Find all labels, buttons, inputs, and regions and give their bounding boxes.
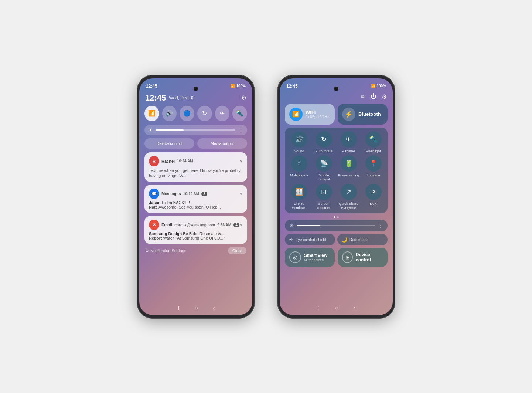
bluetooth-tile[interactable]: ⚡ Bluetooth — [338, 104, 388, 125]
screen-recorder-tile[interactable]: ⊡ Screen recorder — [313, 184, 335, 210]
qs-top-icons: ✏ ⏻ ⚙ — [285, 93, 388, 100]
phone-2-screen: 12:45 📶 100% ✏ ⏻ ⚙ 📶 — [280, 78, 393, 315]
airplane-toggle[interactable]: ✈ — [215, 106, 230, 121]
qs-small-grid: 🔊 Sound ↻ Auto rotate ✈ Airplane 🔦 Flash… — [285, 128, 388, 214]
notif-rachel-preview: Text me when you get here! I know you're… — [149, 168, 243, 179]
dex-tile[interactable]: Ⅸ DeX — [362, 184, 385, 210]
email-avatar: ✉ — [149, 220, 159, 230]
notif-expand-icon-3[interactable]: ∨ — [239, 222, 243, 227]
wifi-signal-icon-2: 📶 — [371, 84, 375, 88]
link-windows-tile[interactable]: 🪟 Link to Windows — [288, 184, 310, 210]
wifi-toggle[interactable]: 📶 — [144, 106, 159, 121]
bluetooth-tile-text: Bluetooth — [358, 111, 381, 117]
more-options-icon[interactable]: ⋮ — [238, 127, 243, 133]
eye-comfort-button[interactable]: ☀ Eye comfort shield — [285, 234, 335, 245]
power-saving-tile[interactable]: 🔋 Power saving — [337, 155, 360, 182]
nav-recent-icon[interactable]: ⫿ — [177, 305, 180, 311]
messages-avatar: 💬 — [149, 189, 159, 199]
sender-nate: Nate — [149, 205, 158, 209]
autorotate-tile[interactable]: ↻ Auto rotate — [313, 131, 335, 153]
notif-panel-content: 12:45 Wed, Dec 30 ⚙ 📶 🔊 🔵 — [139, 90, 252, 255]
location-tile[interactable]: 📍 Location — [362, 155, 385, 182]
dark-mode-icon: 🌙 — [341, 237, 347, 243]
brightness-row[interactable]: ☀ ⋮ — [144, 125, 247, 135]
bluetooth-toggle[interactable]: 🔵 — [180, 106, 194, 121]
pencil-icon[interactable]: ✏ — [361, 93, 365, 100]
dot-1 — [334, 216, 335, 218]
notif-date: Wed, Dec 30 — [169, 95, 194, 101]
notif-messages-name: Messages — [161, 192, 181, 196]
nav-back-icon[interactable]: ‹ — [213, 305, 215, 311]
autorotate-toggle[interactable]: ↻ — [197, 106, 212, 121]
smart-view-text: Smart view Mirror screen — [304, 253, 327, 262]
email-sender: Samsung Design — [149, 231, 182, 236]
flashlight-tile-icon: 🔦 — [365, 131, 382, 148]
smart-view-icon: ◎ — [289, 251, 301, 263]
sound-tile[interactable]: 🔊 Sound — [288, 131, 310, 153]
notif-settings-link[interactable]: ⚙ Notification Settings — [145, 248, 186, 253]
mobile-data-icon: ↕ — [291, 155, 307, 172]
device-control-button[interactable]: Device control — [144, 138, 194, 149]
airplane-tile[interactable]: ✈ Airplane — [337, 131, 360, 153]
flashlight-toggle[interactable]: 🔦 — [232, 106, 247, 121]
notif-rachel-name: Rachel — [161, 159, 175, 163]
brightness-track[interactable] — [297, 225, 375, 226]
nav-home-icon[interactable]: ○ — [195, 305, 198, 311]
nav-bar-1: ⫿ ○ ‹ — [139, 302, 252, 315]
hotspot-tile[interactable]: 📡 Mobile Hotspot — [313, 155, 335, 182]
notif-email-name: Email — [161, 223, 172, 227]
nav-recent-icon-2[interactable]: ⫿ — [317, 305, 320, 311]
camera-notch-2 — [334, 87, 338, 91]
status-time-2: 12:45 — [286, 84, 298, 89]
mobile-data-label: Mobile data — [290, 173, 308, 177]
notification-messages[interactable]: 💬 Messages 10:19 AM 3 ∨ Jason Hi I'm BAC… — [144, 185, 247, 213]
smart-view-tile[interactable]: ◎ Smart view Mirror screen — [285, 248, 335, 267]
notif-settings-label: Notification Settings — [150, 248, 186, 253]
dark-mode-button[interactable]: 🌙 Dark mode — [337, 234, 388, 245]
sound-toggle[interactable]: 🔊 — [162, 106, 177, 121]
wifi-tile[interactable]: 📶 WiFi CellSpot5GHz — [285, 104, 335, 125]
brightness-slider[interactable] — [156, 129, 235, 131]
power-icon[interactable]: ⏻ — [371, 93, 376, 100]
link-windows-label: Link to Windows — [288, 201, 310, 210]
notif-email-count: 4 — [233, 223, 239, 227]
notification-email[interactable]: ✉ Email coreux@samsung.com 9:56 AM 4 ∨ S… — [144, 216, 247, 244]
notif-expand-icon-2[interactable]: ∨ — [239, 191, 243, 196]
notif-email-app: ✉ Email coreux@samsung.com 9:56 AM 4 — [149, 220, 239, 230]
notif-rachel-app: R Rachel 10:24 AM — [149, 156, 193, 166]
camera-notch — [194, 87, 198, 91]
mobile-data-tile[interactable]: ↕ Mobile data — [288, 155, 310, 182]
eye-comfort-label: Eye comfort shield — [296, 238, 326, 242]
nav-home-icon-2[interactable]: ○ — [335, 305, 339, 311]
notif-messages-app: 💬 Messages 10:19 AM 3 — [149, 189, 207, 199]
airplane-tile-label: Airplane — [342, 149, 355, 153]
email-sender2: Report — [149, 236, 162, 240]
device-control-tile[interactable]: ⊞ Device control — [338, 248, 388, 267]
rachel-avatar: R — [149, 156, 159, 166]
flashlight-tile[interactable]: 🔦 Flashlight — [362, 131, 385, 153]
media-output-button[interactable]: Media output — [197, 138, 247, 149]
qs-brightness-row[interactable]: ☀ ⋮ — [285, 220, 388, 231]
sound-icon: 🔊 — [166, 110, 173, 117]
screen-recorder-icon: ⊡ — [316, 184, 332, 200]
device-control-text: Device control — [356, 252, 383, 262]
notif-expand-icon[interactable]: ∨ — [239, 159, 243, 164]
clear-button[interactable]: Clear — [228, 247, 246, 254]
quick-share-tile[interactable]: ↗ Quick Share Everyone — [337, 184, 360, 210]
phone-1: 12:45 📶 100% 12:45 Wed, Dec 30 ⚙ — [137, 75, 255, 319]
gear-icon-qs[interactable]: ⚙ — [382, 93, 387, 100]
nav-back-icon-2[interactable]: ‹ — [353, 305, 355, 311]
phone-2: 12:45 📶 100% ✏ ⏻ ⚙ 📶 — [277, 75, 395, 319]
wifi-signal-icon: 📶 — [231, 84, 235, 88]
notif-email-time: 9:56 AM — [217, 223, 231, 227]
qs-large-tiles: 📶 WiFi CellSpot5GHz ⚡ Bluetooth — [285, 104, 388, 125]
location-icon: 📍 — [365, 155, 382, 172]
notification-rachel[interactable]: R Rachel 10:24 AM ∨ Text me when you get… — [144, 152, 247, 182]
wifi-tile-icon: 📶 — [289, 108, 303, 121]
quick-share-icon: ↗ — [341, 184, 357, 200]
smart-view-name: Smart view — [304, 253, 327, 258]
settings-gear-icon[interactable]: ⚙ — [241, 94, 246, 101]
notif-rachel-time: 10:24 AM — [177, 159, 193, 163]
brightness-more-icon[interactable]: ⋮ — [378, 223, 383, 228]
dex-icon: Ⅸ — [365, 184, 382, 200]
